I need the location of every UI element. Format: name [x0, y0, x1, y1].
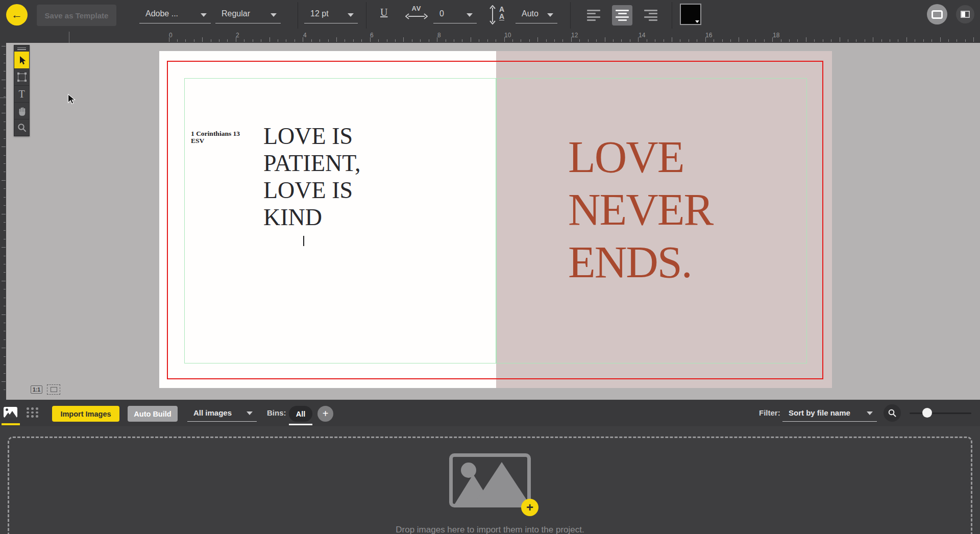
- fit-to-window-button[interactable]: [47, 384, 60, 395]
- add-images-button[interactable]: +: [521, 499, 538, 516]
- ruler-label: 4: [303, 32, 307, 39]
- swatch-caret-icon: [695, 20, 699, 23]
- toolbar-divider: [366, 2, 366, 29]
- back-arrow-icon: ←: [11, 8, 22, 21]
- horizontal-ruler: 0 2 4 6 8 10 12 14 16 18: [0, 31, 980, 43]
- page-panel-toggle-button[interactable]: [956, 5, 974, 23]
- kerning-icon: AV: [403, 5, 430, 21]
- tool-palette: T: [14, 45, 30, 136]
- search-icon: [888, 408, 897, 418]
- images-filter-dropdown[interactable]: All images: [187, 405, 257, 422]
- align-left-button[interactable]: [583, 5, 604, 26]
- spread-view-icon: [932, 10, 943, 19]
- ruler-label: 0: [169, 32, 173, 39]
- text-tool-icon: T: [18, 89, 24, 99]
- add-bin-button[interactable]: +: [317, 406, 333, 422]
- line-spacing-icon: AA: [489, 5, 511, 26]
- toolbar-divider: [298, 2, 298, 29]
- images-tab[interactable]: [4, 407, 17, 418]
- chevron-down-icon: [348, 13, 354, 17]
- frame-icon: [18, 74, 26, 81]
- chevron-down-icon: [867, 411, 873, 415]
- right-page-quote-textbox[interactable]: LOVE NEVER ENDS.: [568, 131, 713, 288]
- ruler-label: 16: [705, 32, 712, 39]
- font-size-value: 12 pt: [310, 9, 329, 18]
- toolbar-divider: [570, 2, 571, 29]
- scripture-reference-text[interactable]: 1 Corinthians 13 ESV: [191, 130, 240, 144]
- ruler-label: 10: [504, 32, 511, 39]
- frame-tool[interactable]: [14, 68, 29, 85]
- left-right-arrow-icon: [405, 13, 428, 19]
- thumbnail-size-slider-track[interactable]: [910, 412, 971, 414]
- auto-build-button[interactable]: Auto Build: [128, 406, 178, 422]
- bins-label: Bins:: [267, 408, 286, 417]
- hand-tool[interactable]: [14, 102, 29, 119]
- ruler-label: 18: [773, 32, 779, 39]
- text-tool[interactable]: T: [14, 85, 29, 102]
- save-as-template-button[interactable]: Save as Template: [37, 5, 116, 26]
- text-cursor: [303, 236, 304, 246]
- chevron-down-icon: [201, 13, 207, 17]
- font-size-dropdown[interactable]: 12 pt: [304, 6, 358, 23]
- ruler-label: 2: [236, 32, 239, 39]
- mouse-cursor: [65, 93, 77, 107]
- hand-icon: [17, 106, 27, 116]
- chevron-down-icon: [247, 411, 253, 415]
- kerning-value: 0: [439, 9, 444, 18]
- sort-dropdown[interactable]: Sort by file name: [782, 405, 877, 422]
- toolbar-divider: [672, 2, 672, 29]
- align-center-icon: [616, 8, 629, 23]
- image-drop-zone[interactable]: + Drop images here to import them into t…: [0, 426, 980, 534]
- scatter-view-tab[interactable]: [27, 407, 39, 418]
- palette-drag-handle[interactable]: [14, 45, 29, 52]
- align-right-button[interactable]: [641, 5, 661, 26]
- canvas[interactable]: 0 2 4 6 8 10 12 14 16 18 1 Corinthians 1…: [0, 31, 980, 400]
- up-down-arrow-icon: [489, 5, 496, 25]
- top-toolbar: ← Save as Template Adobe ... Regular 12 …: [0, 0, 980, 31]
- ruler-cursor-indicator: [69, 32, 69, 43]
- active-bin-indicator: [289, 424, 312, 425]
- back-button[interactable]: ←: [6, 4, 28, 26]
- ruler-label: 12: [571, 32, 578, 39]
- line-spacing-value: Auto: [522, 9, 538, 18]
- bin-all-button[interactable]: All: [289, 406, 312, 422]
- font-family-dropdown[interactable]: Adobe ...: [139, 6, 211, 23]
- ruler-cursor-indicator: [0, 98, 6, 98]
- spread-view-button[interactable]: [927, 4, 947, 25]
- align-right-icon: [644, 8, 657, 23]
- align-left-icon: [587, 8, 600, 23]
- vertical-ruler: [0, 31, 6, 400]
- ruler-label: 8: [437, 32, 441, 39]
- align-center-button[interactable]: [612, 5, 632, 26]
- media-browser-toolbar: Import Images Auto Build All images Bins…: [0, 400, 980, 426]
- thumbnail-size-slider-knob[interactable]: [922, 408, 932, 418]
- line-spacing-dropdown[interactable]: Auto: [516, 6, 557, 23]
- image-placeholder-icon: [449, 453, 531, 507]
- text-color-swatch[interactable]: [680, 4, 701, 25]
- actual-size-button[interactable]: 1:1: [31, 385, 42, 394]
- active-tab-indicator: [2, 423, 20, 425]
- pointer-tool[interactable]: [14, 52, 29, 68]
- search-button[interactable]: [884, 404, 901, 422]
- left-page-quote-textbox[interactable]: LOVE IS PATIENT, LOVE IS KIND: [263, 123, 360, 231]
- chevron-down-icon: [467, 13, 473, 17]
- font-style-value: Regular: [222, 9, 250, 18]
- ruler-label: 14: [639, 32, 645, 39]
- pointer-icon: [17, 55, 27, 65]
- chevron-down-icon: [547, 13, 553, 17]
- ruler-label: 6: [370, 32, 374, 39]
- kerning-dropdown[interactable]: 0: [433, 6, 477, 23]
- zoom-tool[interactable]: [14, 119, 29, 136]
- underline-button[interactable]: U: [380, 7, 387, 18]
- magnifier-icon: [17, 123, 27, 133]
- drop-hint-text: Drop images here to import them into the…: [0, 525, 980, 534]
- font-style-dropdown[interactable]: Regular: [215, 6, 281, 23]
- fit-icon: [51, 387, 57, 392]
- filter-label: Filter:: [759, 408, 780, 417]
- page-panel-icon: [961, 11, 970, 18]
- font-family-value: Adobe ...: [145, 9, 178, 18]
- chevron-down-icon: [271, 13, 277, 17]
- import-images-button[interactable]: Import Images: [52, 406, 119, 422]
